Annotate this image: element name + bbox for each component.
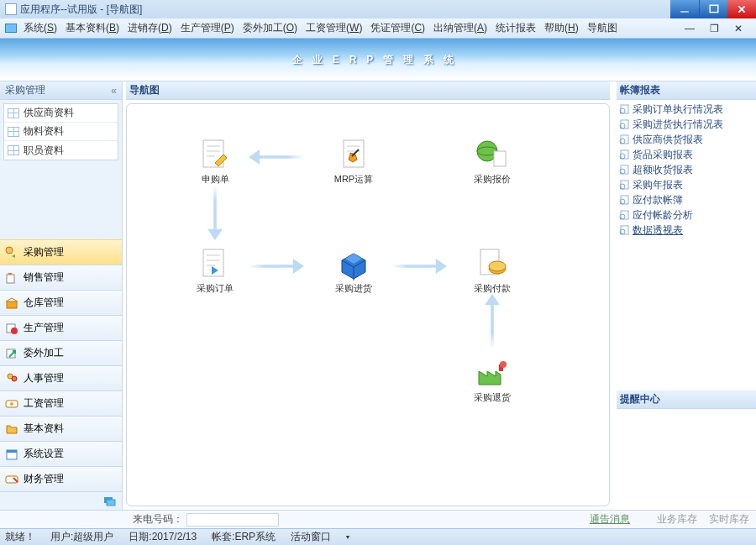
report-item[interactable]: 采购年报表: [617, 177, 756, 192]
mdi-minimize-icon[interactable]: —: [685, 23, 695, 34]
stock-link[interactable]: 业务库存: [657, 512, 697, 527]
report-label: 应付帐龄分析: [633, 208, 693, 223]
menu-reports[interactable]: 统计报表: [496, 21, 536, 35]
factory-icon: [475, 356, 509, 390]
call-bar: 来电号码： 通告消息 业务库存 实时库存: [0, 510, 756, 528]
nav-settings[interactable]: 系统设置: [0, 441, 122, 466]
sidebar-quicklist: 供应商资料 物料资料 职员资料: [3, 103, 118, 160]
quicklist-item[interactable]: 物料资料: [4, 123, 118, 141]
arrow-left-icon: [249, 149, 304, 165]
nav-purchase[interactable]: 采购管理: [0, 239, 122, 265]
grid-icon: [8, 127, 19, 137]
node-receive[interactable]: 采购进货: [324, 247, 383, 295]
report-item[interactable]: 超额收货报表: [617, 162, 756, 177]
menu-voucher[interactable]: 凭证管理(C): [370, 21, 425, 35]
window-maximize-button[interactable]: [699, 0, 727, 18]
node-mrp[interactable]: MRP运算: [324, 138, 383, 186]
report-item[interactable]: 采购订单执行情况表: [617, 102, 756, 117]
report-item[interactable]: 数据透视表: [617, 223, 756, 238]
node-return[interactable]: 采购退货: [463, 356, 522, 404]
report-label: 采购进货执行情况表: [633, 118, 723, 132]
menu-navmap[interactable]: 导航图: [587, 21, 617, 35]
nav-stack: 采购管理 销售管理 仓库管理 生产管理 委外加工 人事管理 工资管理 基本资料 …: [0, 239, 122, 510]
grid-icon: [8, 145, 19, 155]
nav-production[interactable]: 生产管理: [0, 315, 122, 340]
realtime-link[interactable]: 实时库存: [709, 512, 749, 527]
sidebar-collapse-icon[interactable]: «: [111, 85, 117, 97]
mdi-restore-icon[interactable]: ❐: [710, 23, 719, 34]
folder-icon: [5, 422, 18, 436]
banner-title: 企业ERP管理系统: [292, 53, 465, 67]
menu-outsourcing[interactable]: 委外加工(O): [243, 21, 297, 35]
nav-sales[interactable]: 销售管理: [0, 265, 122, 290]
window-close-button[interactable]: [727, 0, 756, 18]
report-label: 超额收货报表: [633, 163, 693, 177]
notice-link[interactable]: 通告消息: [590, 512, 630, 527]
nav-warehouse[interactable]: 仓库管理: [0, 290, 122, 315]
quicklist-label: 物料资料: [24, 124, 64, 139]
window-titlebar: 应用程序--试用版 - [导航图]: [0, 0, 756, 18]
node-pay[interactable]: 采购付款: [463, 247, 522, 295]
magnifier-icon: [618, 149, 630, 160]
purchase-icon: [5, 246, 18, 259]
menu-basic[interactable]: 基本资料(B): [66, 21, 119, 35]
quicklist-item[interactable]: 职员资料: [4, 141, 118, 160]
magnifier-icon: [618, 119, 630, 129]
stack-icon[interactable]: [103, 495, 117, 507]
menu-jxc[interactable]: 进销存(D): [128, 21, 172, 35]
menu-cashier[interactable]: 出纳管理(A): [433, 21, 487, 35]
node-apply[interactable]: 申购单: [186, 138, 244, 186]
svg-point-1: [6, 247, 13, 254]
alerts-body: [617, 409, 756, 510]
hr-icon: [5, 372, 18, 385]
node-order[interactable]: 采购订单: [186, 247, 244, 295]
report-label: 货品采购报表: [633, 148, 693, 162]
report-item[interactable]: 应付款帐簿: [617, 192, 756, 207]
calendar-icon: [5, 448, 18, 461]
window-title: 应用程序--试用版 - [导航图]: [20, 3, 142, 17]
menu-production[interactable]: 生产管理(P): [181, 21, 234, 35]
call-label: 来电号码：: [133, 512, 183, 527]
svg-point-10: [10, 402, 13, 406]
sidebar-header: 采购管理 «: [0, 81, 122, 100]
svg-point-8: [12, 376, 17, 381]
sidebar: 采购管理 « 供应商资料 物料资料 职员资料 采购管理 销售管理 仓库管理 生产…: [0, 81, 123, 510]
nav-label: 仓库管理: [24, 296, 64, 310]
grid-icon: [8, 108, 19, 118]
svg-point-26: [500, 361, 507, 368]
nav-label: 系统设置: [24, 447, 64, 461]
banner: 企业ERP管理系统: [0, 39, 756, 81]
report-item[interactable]: 采购进货执行情况表: [617, 117, 756, 132]
menu-help[interactable]: 帮助(H): [544, 21, 579, 35]
svg-point-24: [489, 261, 506, 271]
status-ready: 就绪！: [5, 530, 35, 544]
nav-hr[interactable]: 人事管理: [0, 365, 122, 390]
node-label: MRP运算: [324, 173, 383, 186]
magnifier-icon: [618, 225, 630, 235]
nav-basic[interactable]: 基本资料: [0, 416, 122, 441]
node-quote[interactable]: 采购报价: [463, 138, 522, 186]
report-item[interactable]: 应付帐龄分析: [617, 207, 756, 223]
right-panel: 帐簿报表 采购订单执行情况表采购进货执行情况表供应商供货报表货品采购报表超额收货…: [613, 81, 756, 510]
call-number-input[interactable]: [186, 513, 279, 527]
magnifier-icon: [618, 104, 630, 114]
nav-finance[interactable]: 财务管理: [0, 466, 122, 491]
quicklist-label: 供应商资料: [24, 106, 74, 120]
menu-system[interactable]: 系统(S): [24, 21, 57, 35]
report-item[interactable]: 供应商供货报表: [617, 132, 756, 147]
nav-label: 工资管理: [24, 396, 64, 411]
report-item[interactable]: 货品采购报表: [617, 147, 756, 162]
document-star-icon: [337, 138, 370, 171]
window-minimize-button[interactable]: [670, 0, 699, 18]
quicklist-item[interactable]: 供应商资料: [4, 104, 118, 123]
svg-rect-20: [494, 151, 506, 166]
flow-canvas: 申购单 MRP运算 采购报价 采购订单 采购进货: [126, 103, 610, 506]
folder-icon: [5, 24, 17, 33]
menu-salary[interactable]: 工资管理(W): [306, 21, 362, 35]
nav-outsourcing[interactable]: 委外加工: [0, 340, 122, 365]
status-window[interactable]: 活动窗口▾: [291, 530, 365, 544]
node-label: 申购单: [186, 173, 244, 186]
finance-icon: [5, 473, 18, 486]
mdi-close-icon[interactable]: ✕: [734, 23, 743, 34]
nav-salary[interactable]: 工资管理: [0, 390, 122, 416]
